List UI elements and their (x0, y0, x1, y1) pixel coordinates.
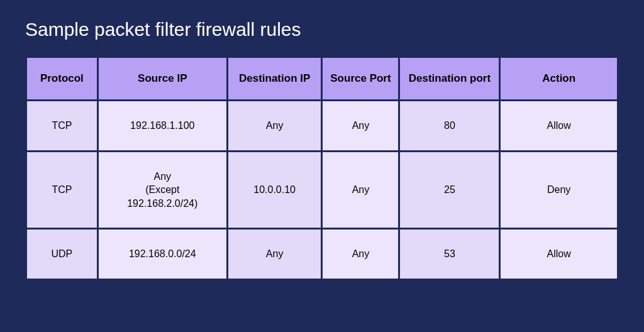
table-row: TCP 192.168.1.100 Any Any 80 Allow (27, 101, 617, 150)
cell-dest-ip: Any (228, 101, 321, 150)
page-title: Sample packet filter firewall rules (25, 19, 619, 40)
table-row: TCP Any (Except 192.168.2.0/24) 10.0.0.1… (27, 152, 617, 228)
table-row: UDP 192.168.0.0/24 Any Any 53 Allow (27, 230, 617, 279)
cell-source-port: Any (323, 152, 398, 228)
cell-dest-ip: 10.0.0.10 (228, 152, 321, 228)
cell-action: Allow (501, 101, 617, 150)
cell-protocol: TCP (27, 101, 97, 150)
table-header-row: Protocol Source IP Destination IP Source… (27, 58, 617, 99)
cell-action: Allow (501, 230, 617, 279)
header-protocol: Protocol (27, 58, 97, 99)
header-source-port: Source Port (323, 58, 398, 99)
firewall-rules-table: Protocol Source IP Destination IP Source… (25, 56, 619, 280)
cell-dest-port: 25 (400, 152, 499, 228)
header-source-ip: Source IP (99, 58, 226, 99)
cell-dest-port: 53 (400, 230, 499, 279)
cell-source-ip: Any (Except 192.168.2.0/24) (99, 152, 226, 228)
cell-source-ip: 192.168.1.100 (99, 101, 226, 150)
cell-dest-port: 80 (400, 101, 499, 150)
cell-protocol: TCP (27, 152, 97, 228)
cell-action: Deny (501, 152, 617, 228)
cell-source-ip: 192.168.0.0/24 (99, 230, 226, 279)
cell-dest-ip: Any (228, 230, 321, 279)
header-dest-port: Destination port (400, 58, 499, 99)
cell-source-port: Any (323, 101, 398, 150)
cell-source-port: Any (323, 230, 398, 279)
header-action: Action (501, 58, 617, 99)
header-dest-ip: Destination IP (228, 58, 321, 99)
firewall-rules-table-container: Protocol Source IP Destination IP Source… (25, 56, 619, 280)
cell-protocol: UDP (27, 230, 97, 279)
